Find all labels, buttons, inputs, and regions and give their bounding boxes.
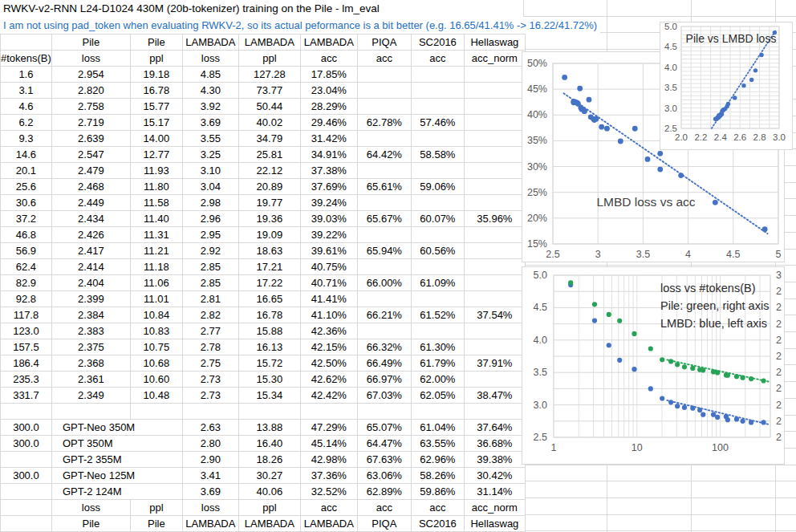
table-cell[interactable]: LAMBADA <box>238 35 300 51</box>
table-cell[interactable]: 2.414 <box>51 259 130 275</box>
table-cell[interactable] <box>1 516 52 532</box>
table-cell[interactable]: 2.417 <box>51 243 130 259</box>
table-cell[interactable]: 59.86% <box>411 484 464 500</box>
table-cell[interactable] <box>464 83 525 99</box>
table-cell[interactable]: 31.14% <box>464 484 525 500</box>
table-cell[interactable]: PIQA <box>357 35 411 51</box>
table-cell[interactable]: 15.34 <box>238 388 300 404</box>
table-cell[interactable] <box>464 339 525 355</box>
table-cell[interactable]: loss <box>182 500 238 516</box>
table-cell[interactable]: 40.02 <box>238 115 300 131</box>
table-cell[interactable]: 63.06% <box>357 468 411 484</box>
table-cell[interactable]: 4.6 <box>1 99 52 115</box>
table-cell[interactable]: 11.18 <box>130 259 182 275</box>
table-cell[interactable] <box>357 227 411 243</box>
table-cell[interactable]: #tokens(B) <box>1 51 52 67</box>
table-cell[interactable]: 2.758 <box>51 99 130 115</box>
table-cell[interactable]: 6.2 <box>1 115 52 131</box>
table-cell[interactable]: 4.85 <box>182 67 238 83</box>
table-cell[interactable]: 57.46% <box>411 115 464 131</box>
table-cell[interactable]: 37.69% <box>300 179 357 195</box>
table-cell[interactable]: 65.67% <box>357 211 411 227</box>
table-cell[interactable]: LAMBADA <box>182 516 238 532</box>
table-cell[interactable] <box>1 500 52 516</box>
table-cell[interactable]: 17.21 <box>238 259 300 275</box>
table-cell[interactable]: 2.384 <box>51 307 130 323</box>
table-cell[interactable]: 11.80 <box>130 179 182 195</box>
table-cell[interactable] <box>464 67 525 83</box>
table-cell[interactable]: 18.63 <box>238 243 300 259</box>
table-cell[interactable]: 117.8 <box>1 307 52 323</box>
table-cell[interactable] <box>51 404 130 420</box>
table-cell[interactable]: 3.10 <box>182 163 238 179</box>
table-cell[interactable] <box>182 404 238 420</box>
table-cell[interactable]: 20.89 <box>238 179 300 195</box>
table-cell[interactable]: 3.69 <box>182 484 238 500</box>
table-cell[interactable]: 28.29% <box>300 99 357 115</box>
table-cell[interactable]: 16.40 <box>238 436 300 452</box>
table-cell[interactable]: 62.96% <box>411 452 464 468</box>
table-cell[interactable]: 11.58 <box>130 195 182 211</box>
table-cell[interactable]: 61.52% <box>411 307 464 323</box>
table-cell[interactable]: 2.85 <box>182 275 238 291</box>
table-cell[interactable]: 9.3 <box>1 131 52 147</box>
table-cell[interactable]: 2.80 <box>182 436 238 452</box>
table-cell[interactable]: 2.73 <box>182 388 238 404</box>
table-cell[interactable]: 11.01 <box>130 291 182 307</box>
chart-pile-vs-lmbd-loss[interactable]: 5.04.54.03.53.02.52.02.22.42.62.83.0Pile… <box>660 22 793 150</box>
table-cell[interactable]: ppl <box>130 51 182 67</box>
table-cell[interactable]: 64.42% <box>357 147 411 163</box>
table-cell[interactable]: 41.10% <box>300 307 357 323</box>
table-cell[interactable]: 65.61% <box>357 179 411 195</box>
table-cell[interactable]: 186.4 <box>1 355 52 372</box>
table-cell[interactable]: 65.07% <box>357 420 411 436</box>
table-cell[interactable]: 41.41% <box>300 291 357 307</box>
table-cell[interactable]: loss <box>51 51 130 67</box>
table-cell[interactable] <box>1 35 52 51</box>
table-cell[interactable]: 3.55 <box>182 131 238 147</box>
table-cell[interactable]: 2.349 <box>51 388 130 404</box>
table-cell[interactable] <box>1 404 52 420</box>
table-cell[interactable]: 2.375 <box>51 339 130 355</box>
table-cell[interactable]: 61.79% <box>411 355 464 372</box>
table-cell[interactable]: 38.47% <box>464 388 525 404</box>
table-cell[interactable]: 14.00 <box>130 131 182 147</box>
table-cell[interactable]: 3.25 <box>182 147 238 163</box>
table-cell[interactable]: ppl <box>238 500 300 516</box>
table-cell[interactable]: 2.719 <box>51 115 130 131</box>
table-cell[interactable]: 60.07% <box>411 211 464 227</box>
table-cell[interactable]: 39.03% <box>300 211 357 227</box>
table-cell[interactable] <box>464 227 525 243</box>
table-cell[interactable]: 11.21 <box>130 243 182 259</box>
table-cell[interactable]: 17.22 <box>238 275 300 291</box>
table-cell[interactable] <box>300 404 357 420</box>
table-cell[interactable]: LAMBADA <box>300 35 357 51</box>
table-cell[interactable]: 2.404 <box>51 275 130 291</box>
table-cell[interactable]: 2.547 <box>51 147 130 163</box>
table-cell[interactable]: 66.21% <box>357 307 411 323</box>
table-cell[interactable]: 235.3 <box>1 372 52 388</box>
table-cell[interactable]: 2.954 <box>51 67 130 83</box>
table-cell[interactable]: 64.47% <box>357 436 411 452</box>
table-cell[interactable]: 42.36% <box>300 323 357 339</box>
table-cell[interactable] <box>464 195 525 211</box>
table-cell[interactable]: 12.77 <box>130 147 182 163</box>
table-cell[interactable]: 2.361 <box>51 372 130 388</box>
table-cell[interactable]: 11.31 <box>130 227 182 243</box>
table-cell[interactable]: 11.06 <box>130 275 182 291</box>
table-cell[interactable]: 22.12 <box>238 163 300 179</box>
table-cell[interactable]: 82.9 <box>1 275 52 291</box>
table-cell[interactable]: 36.68% <box>464 436 525 452</box>
table-cell[interactable]: 4.30 <box>182 83 238 99</box>
table-cell[interactable]: 2.63 <box>182 420 238 436</box>
table-cell[interactable]: 62.00% <box>411 372 464 388</box>
table-cell[interactable]: 37.36% <box>300 468 357 484</box>
table-cell[interactable]: 2.96 <box>182 211 238 227</box>
table-cell[interactable]: 62.89% <box>357 484 411 500</box>
table-cell[interactable]: 15.77 <box>130 99 182 115</box>
table-cell[interactable]: 300.0 <box>1 468 52 484</box>
table-cell[interactable] <box>130 404 182 420</box>
table-cell[interactable]: 19.18 <box>130 67 182 83</box>
model-name-cell[interactable]: OPT 350M <box>51 436 182 452</box>
table-cell[interactable]: loss <box>182 51 238 67</box>
